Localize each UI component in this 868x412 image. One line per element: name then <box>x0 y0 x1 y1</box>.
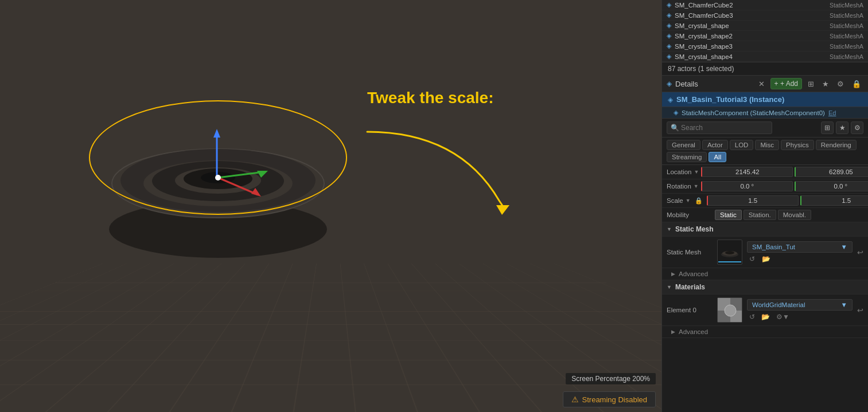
mesh-reset-button[interactable]: ↩ <box>857 248 863 257</box>
table-view-button[interactable]: ⊞ <box>821 121 834 134</box>
rotation-label: Rotation ▼ <box>667 183 699 190</box>
tab-rendering[interactable]: Rendering <box>816 140 857 150</box>
right-panel: ◈ SM_ChamferCube2 StaticMeshA ◈ SM_Chamf… <box>661 0 868 412</box>
asset-type: StaticMeshA <box>830 12 863 19</box>
scale-y-field[interactable] <box>800 195 868 206</box>
material-name-button[interactable]: WorldGridMaterial ▼ <box>747 299 853 311</box>
list-item[interactable]: ◈ SM_ChamferCube2 StaticMeshA <box>662 0 868 10</box>
static-mesh-label: Static Mesh <box>667 249 713 256</box>
use-material-button[interactable]: 📂 <box>759 312 772 321</box>
asset-type: StaticMeshA <box>830 43 863 50</box>
tab-general[interactable]: General <box>667 140 700 150</box>
location-y-field[interactable] <box>795 167 868 177</box>
details-header: ◈ Details ✕ + + Add ⊞ ★ ⚙ 🔒 <box>662 76 868 92</box>
search-row: 🔍 ⊞ ★ ⚙ <box>662 119 868 138</box>
viewport: Tweak the scale: Screen Percentage 200% … <box>0 0 661 412</box>
tab-streaming[interactable]: Streaming <box>667 152 707 162</box>
materials-section-title: Materials <box>675 283 705 291</box>
component-row[interactable]: ◈ StaticMeshComponent (StaticMeshCompone… <box>662 107 868 119</box>
chevron-down-icon: ▼ <box>841 244 847 250</box>
rotation-x-field[interactable] <box>701 181 793 191</box>
mesh-icon: ◈ <box>667 42 671 50</box>
rotation-fields <box>701 181 868 191</box>
rotation-y-field[interactable] <box>795 181 868 191</box>
tab-actor[interactable]: Actor <box>702 140 728 150</box>
settings-button[interactable]: ⚙ <box>835 79 846 89</box>
use-mesh-button[interactable]: 📂 <box>760 254 773 264</box>
asset-type: StaticMeshA <box>830 2 863 9</box>
stationary-button[interactable]: Station. <box>744 210 776 220</box>
material-options-button[interactable]: ⚙▼ <box>774 312 792 321</box>
materials-advanced-chevron-icon: ▶ <box>671 329 675 335</box>
mesh-icon: ◈ <box>667 53 671 60</box>
scale-x-field[interactable] <box>707 195 799 206</box>
screen-percentage: Screen Percentage 200% <box>566 373 656 384</box>
options-button[interactable]: ⚙ <box>851 121 863 134</box>
list-item[interactable]: ◈ SM_crystal_shape StaticMeshA <box>662 21 868 31</box>
mobility-row: Mobility Static Station. Movabl. <box>662 208 868 222</box>
component-icon: ◈ <box>674 109 678 116</box>
materials-section-header[interactable]: ▼ Materials <box>662 280 868 295</box>
mesh-name-button[interactable]: SM_Basin_Tut ▼ <box>747 241 853 253</box>
selected-actor-row[interactable]: ◈ SM_Basin_Tutorial3 (Instance) <box>662 92 868 107</box>
mesh-icon: ◈ <box>667 11 671 19</box>
grid-floor <box>0 264 661 412</box>
static-mesh-advanced-row[interactable]: ▶ Advanced <box>662 268 868 280</box>
location-x-field[interactable] <box>701 167 793 177</box>
close-button[interactable]: ✕ <box>756 79 767 89</box>
component-name: StaticMeshComponent (StaticMeshComponent… <box>682 109 825 116</box>
advanced-label: Advanced <box>679 270 708 277</box>
details-title: Details <box>675 80 753 88</box>
list-item[interactable]: ◈ SM_crystal_shape3 StaticMeshA <box>662 41 868 52</box>
svg-point-18 <box>725 251 734 254</box>
list-item[interactable]: ◈ SM_crystal_shape4 StaticMeshA <box>662 52 868 62</box>
location-fields <box>701 167 868 177</box>
static-mesh-section-title: Static Mesh <box>675 225 714 233</box>
list-item[interactable]: ◈ SM_crystal_shape2 StaticMeshA <box>662 31 868 41</box>
component-edit-link[interactable]: Ed <box>828 109 836 116</box>
asset-name: SM_crystal_shape4 <box>675 53 826 60</box>
mat-chevron-icon: ▼ <box>841 301 847 308</box>
list-item[interactable]: ◈ SM_ChamferCube3 StaticMeshA <box>662 10 868 21</box>
element-0-label: Element 0 <box>667 307 713 313</box>
asset-type: StaticMeshA <box>830 33 863 40</box>
svg-point-23 <box>725 305 736 316</box>
element-0-row: Element 0 WorldGridMaterial ▼ <box>662 295 868 326</box>
tab-misc[interactable]: Misc <box>755 140 779 150</box>
browse-mesh-button[interactable]: ↺ <box>747 254 757 264</box>
filter-tabs: General Actor LOD Misc Physics Rendering… <box>662 138 868 165</box>
advanced-chevron-icon: ▶ <box>671 271 675 277</box>
selection-circle <box>89 100 347 215</box>
star-button[interactable]: ★ <box>820 79 831 89</box>
svg-marker-15 <box>496 205 509 215</box>
browse-material-button[interactable]: ↺ <box>747 312 757 321</box>
scale-row: Scale ▼ 🔒 ↩ <box>662 194 868 208</box>
add-icon: + <box>774 80 779 88</box>
scale-dropdown-icon: ▼ <box>686 198 691 203</box>
add-button[interactable]: + + Add <box>770 78 802 89</box>
scale-label: Scale ▼ <box>667 197 691 204</box>
grid-view-button[interactable]: ⊞ <box>805 79 816 89</box>
static-button[interactable]: Static <box>715 210 742 220</box>
lock-button[interactable]: 🔒 <box>850 79 863 89</box>
favorites-button[interactable]: ★ <box>836 121 848 134</box>
add-label: + Add <box>780 80 798 88</box>
search-input[interactable] <box>667 121 772 134</box>
materials-advanced-row[interactable]: ▶ Advanced <box>662 326 868 338</box>
asset-name: SM_crystal_shape3 <box>675 43 826 50</box>
location-row: Location ▼ ↩ <box>662 165 868 179</box>
static-mesh-section-header[interactable]: ▼ Static Mesh <box>662 222 868 237</box>
mesh-icon: ◈ <box>667 1 671 9</box>
tab-all[interactable]: All <box>709 152 726 162</box>
location-dropdown-icon: ▼ <box>694 169 699 175</box>
scale-lock-button[interactable]: 🔒 <box>693 197 704 205</box>
movable-button[interactable]: Movabl. <box>778 210 811 220</box>
tab-lod[interactable]: LOD <box>730 140 754 150</box>
material-actions: ↺ 📂 ⚙▼ <box>747 312 853 321</box>
tweak-label: Tweak the scale: <box>367 89 493 107</box>
details-panel: ◈ Details ✕ + + Add ⊞ ★ ⚙ 🔒 ◈ SM_Basin_T… <box>662 76 868 412</box>
material-reset-button[interactable]: ↩ <box>857 306 863 315</box>
selected-actor-name: SM_Basin_Tutorial3 (Instance) <box>676 95 784 104</box>
mesh-actions: ↺ 📂 <box>747 254 853 264</box>
tab-physics[interactable]: Physics <box>781 140 814 150</box>
